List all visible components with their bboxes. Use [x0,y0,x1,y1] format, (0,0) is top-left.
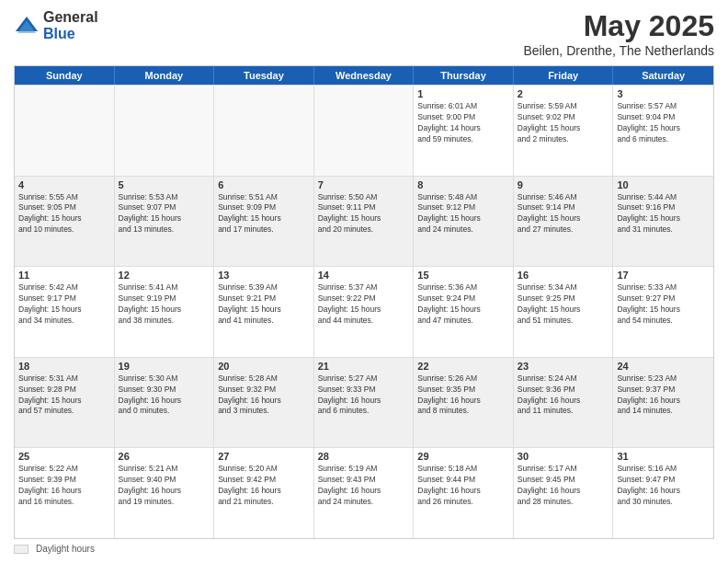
day-info: Sunrise: 5:51 AM Sunset: 9:09 PM Dayligh… [218,192,310,236]
calendar-cell: 18Sunrise: 5:31 AM Sunset: 9:28 PM Dayli… [15,358,115,448]
day-info: Sunrise: 5:44 AM Sunset: 9:16 PM Dayligh… [617,192,710,236]
day-info: Sunrise: 5:41 AM Sunset: 9:19 PM Dayligh… [119,282,210,327]
location: Beilen, Drenthe, The Netherlands [523,43,714,58]
day-number: 17 [617,270,710,281]
day-number: 5 [119,179,210,190]
calendar-cell: 30Sunrise: 5:17 AM Sunset: 9:45 PM Dayli… [514,448,614,538]
day-info: Sunrise: 5:48 AM Sunset: 9:12 PM Dayligh… [417,192,509,236]
day-info: Sunrise: 5:53 AM Sunset: 9:07 PM Dayligh… [119,192,210,236]
day-info: Sunrise: 5:57 AM Sunset: 9:04 PM Dayligh… [617,101,710,145]
day-info: Sunrise: 5:22 AM Sunset: 9:39 PM Dayligh… [18,464,110,508]
day-number: 19 [119,361,210,372]
calendar-header-cell: Sunday [15,66,115,85]
day-info: Sunrise: 5:42 AM Sunset: 9:17 PM Dayligh… [18,282,110,327]
calendar-row: 4Sunrise: 5:55 AM Sunset: 9:05 PM Daylig… [15,176,713,267]
calendar-cell: 5Sunrise: 5:53 AM Sunset: 9:07 PM Daylig… [115,177,215,267]
day-number: 20 [218,361,310,372]
calendar-cell: 16Sunrise: 5:34 AM Sunset: 9:25 PM Dayli… [514,267,614,357]
day-info: Sunrise: 5:36 AM Sunset: 9:24 PM Dayligh… [417,282,509,327]
day-number: 30 [518,451,609,462]
day-info: Sunrise: 5:21 AM Sunset: 9:40 PM Dayligh… [119,464,210,508]
calendar-cell: 29Sunrise: 5:18 AM Sunset: 9:44 PM Dayli… [414,448,514,538]
day-number: 4 [18,179,110,190]
calendar-header-cell: Friday [514,66,614,85]
day-info: Sunrise: 5:37 AM Sunset: 9:22 PM Dayligh… [318,282,410,327]
footer: Daylight hours [14,544,714,554]
day-number: 7 [318,179,410,190]
calendar-cell: 28Sunrise: 5:19 AM Sunset: 9:43 PM Dayli… [314,448,415,538]
calendar-cell: 13Sunrise: 5:39 AM Sunset: 9:21 PM Dayli… [214,267,314,357]
calendar-cell: 9Sunrise: 5:46 AM Sunset: 9:14 PM Daylig… [514,177,614,267]
day-number: 22 [417,361,509,372]
calendar-cell: 26Sunrise: 5:21 AM Sunset: 9:40 PM Dayli… [115,448,215,538]
day-info: Sunrise: 5:31 AM Sunset: 9:28 PM Dayligh… [18,373,110,418]
day-number: 8 [417,179,509,190]
day-info: Sunrise: 5:59 AM Sunset: 9:02 PM Dayligh… [518,101,609,145]
calendar-cell: 8Sunrise: 5:48 AM Sunset: 9:12 PM Daylig… [414,177,514,267]
day-number: 24 [617,361,710,372]
calendar-header-cell: Thursday [414,66,514,85]
day-info: Sunrise: 5:23 AM Sunset: 9:37 PM Dayligh… [617,373,710,418]
calendar-cell: 23Sunrise: 5:24 AM Sunset: 9:36 PM Dayli… [514,358,614,448]
calendar-header-cell: Tuesday [214,66,314,85]
day-info: Sunrise: 5:19 AM Sunset: 9:43 PM Dayligh… [318,464,410,508]
page: General Blue May 2025 Beilen, Drenthe, T… [0,0,728,563]
calendar-cell [15,86,115,176]
logo-general: General [43,9,98,26]
day-info: Sunrise: 5:24 AM Sunset: 9:36 PM Dayligh… [518,373,609,418]
day-info: Sunrise: 5:18 AM Sunset: 9:44 PM Dayligh… [417,464,509,508]
calendar-cell: 27Sunrise: 5:20 AM Sunset: 9:42 PM Dayli… [214,448,314,538]
calendar-cell: 20Sunrise: 5:28 AM Sunset: 9:32 PM Dayli… [214,358,314,448]
day-info: Sunrise: 5:30 AM Sunset: 9:30 PM Dayligh… [119,373,210,418]
calendar-row: 11Sunrise: 5:42 AM Sunset: 9:17 PM Dayli… [15,266,713,357]
calendar-cell: 22Sunrise: 5:26 AM Sunset: 9:35 PM Dayli… [414,358,514,448]
day-number: 31 [617,451,710,462]
logo: General Blue [14,9,98,41]
calendar-cell: 2Sunrise: 5:59 AM Sunset: 9:02 PM Daylig… [514,86,614,176]
calendar-cell: 25Sunrise: 5:22 AM Sunset: 9:39 PM Dayli… [15,448,115,538]
calendar-cell: 14Sunrise: 5:37 AM Sunset: 9:22 PM Dayli… [314,267,415,357]
calendar-header-cell: Wednesday [314,66,415,85]
calendar-cell [214,86,314,176]
calendar-cell [314,86,415,176]
calendar-header-cell: Saturday [613,66,713,85]
calendar-cell: 7Sunrise: 5:50 AM Sunset: 9:11 PM Daylig… [314,177,415,267]
calendar-cell: 12Sunrise: 5:41 AM Sunset: 9:19 PM Dayli… [115,267,215,357]
calendar-row: 18Sunrise: 5:31 AM Sunset: 9:28 PM Dayli… [15,357,713,448]
day-number: 29 [417,451,509,462]
day-number: 28 [318,451,410,462]
month-title: May 2025 [523,9,714,43]
day-number: 2 [518,88,609,99]
calendar-row: 1Sunrise: 6:01 AM Sunset: 9:00 PM Daylig… [15,85,713,176]
day-number: 15 [417,270,509,281]
header: General Blue May 2025 Beilen, Drenthe, T… [14,9,714,58]
day-info: Sunrise: 5:20 AM Sunset: 9:42 PM Dayligh… [218,464,310,508]
day-number: 27 [218,451,310,462]
calendar-row: 25Sunrise: 5:22 AM Sunset: 9:39 PM Dayli… [15,447,713,538]
day-number: 6 [218,179,310,190]
day-info: Sunrise: 5:16 AM Sunset: 9:47 PM Dayligh… [617,464,710,508]
calendar: SundayMondayTuesdayWednesdayThursdayFrid… [14,65,714,539]
day-number: 10 [617,179,710,190]
day-number: 11 [18,270,110,281]
calendar-cell: 4Sunrise: 5:55 AM Sunset: 9:05 PM Daylig… [15,177,115,267]
calendar-cell: 6Sunrise: 5:51 AM Sunset: 9:09 PM Daylig… [214,177,314,267]
calendar-cell: 1Sunrise: 6:01 AM Sunset: 9:00 PM Daylig… [414,86,514,176]
calendar-cell: 15Sunrise: 5:36 AM Sunset: 9:24 PM Dayli… [414,267,514,357]
calendar-cell: 17Sunrise: 5:33 AM Sunset: 9:27 PM Dayli… [613,267,713,357]
logo-text: General Blue [43,9,98,41]
day-number: 3 [617,88,710,99]
day-info: Sunrise: 6:01 AM Sunset: 9:00 PM Dayligh… [417,101,509,145]
day-info: Sunrise: 5:39 AM Sunset: 9:21 PM Dayligh… [218,282,310,327]
day-number: 1 [417,88,509,99]
day-info: Sunrise: 5:33 AM Sunset: 9:27 PM Dayligh… [617,282,710,327]
day-number: 16 [518,270,609,281]
calendar-header-cell: Monday [115,66,215,85]
day-info: Sunrise: 5:34 AM Sunset: 9:25 PM Dayligh… [518,282,609,327]
day-number: 25 [18,451,110,462]
calendar-cell: 3Sunrise: 5:57 AM Sunset: 9:04 PM Daylig… [613,86,713,176]
calendar-cell: 10Sunrise: 5:44 AM Sunset: 9:16 PM Dayli… [613,177,713,267]
day-info: Sunrise: 5:46 AM Sunset: 9:14 PM Dayligh… [518,192,609,236]
title-section: May 2025 Beilen, Drenthe, The Netherland… [523,9,714,58]
day-number: 13 [218,270,310,281]
